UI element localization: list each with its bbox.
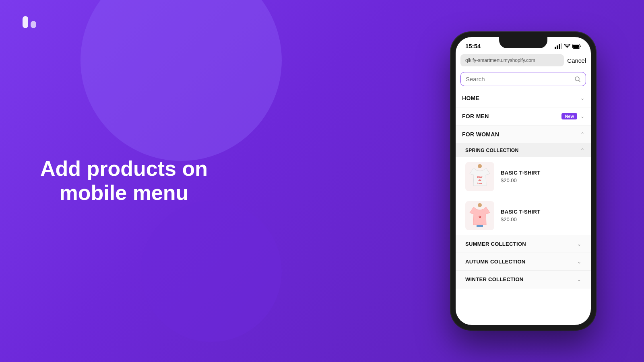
svg-rect-15 [477, 225, 483, 227]
tshirt-pink-svg: ✿ [468, 203, 492, 229]
phone-notch [499, 37, 547, 48]
phone-mockup: 15:54 [451, 32, 596, 330]
phone-screen: 15:54 [456, 37, 591, 325]
phone-frame: 15:54 [451, 32, 596, 330]
summer-collection-item[interactable]: SUMMER COLLECTION ⌄ [456, 235, 591, 253]
winter-collection-label: WINTER COLLECTION [465, 276, 523, 282]
hero-content: Add products on mobile menu [40, 157, 208, 205]
product-name-1: BASIC T-SHIRT [501, 170, 584, 176]
status-icons [555, 43, 581, 49]
menu-item-home[interactable]: HOME ⌄ [456, 89, 591, 107]
chevron-down-icon: ⌄ [580, 113, 584, 119]
menu-item-home-label: HOME [462, 95, 479, 101]
svg-text:✿: ✿ [479, 215, 481, 219]
autumn-collection-label: AUTUMN COLLECTION [465, 259, 526, 265]
svg-text:dé: dé [478, 179, 481, 181]
summer-chevron-down-icon: ⌄ [577, 241, 581, 247]
winter-chevron-down-icon: ⌄ [577, 277, 581, 282]
svg-rect-7 [573, 45, 579, 48]
search-input[interactable] [466, 76, 571, 82]
spring-collection-label: SPRING COLLECTION [465, 148, 518, 153]
product-price-1: $20.00 [501, 177, 584, 183]
product-image-1: Clair dé lune. [465, 162, 494, 191]
svg-rect-4 [559, 44, 560, 49]
product-image-2: ✿ [465, 201, 494, 230]
svg-rect-1 [31, 21, 36, 28]
winter-collection-item[interactable]: WINTER COLLECTION ⌄ [456, 271, 591, 288]
autumn-chevron-down-icon: ⌄ [577, 259, 581, 265]
logo [20, 12, 40, 34]
wifi-icon [564, 44, 570, 49]
cancel-button[interactable]: Cancel [567, 57, 586, 64]
menu-item-home-right: ⌄ [580, 95, 584, 101]
svg-point-14 [478, 203, 482, 207]
product-price-2: $20.00 [501, 216, 584, 222]
svg-text:lune.: lune. [477, 182, 483, 185]
url-bar[interactable]: qikify-smartmenu.myshopify.com [460, 54, 564, 66]
svg-text:Clair: Clair [477, 176, 483, 178]
svg-rect-2 [555, 47, 556, 49]
background-blob-1 [80, 0, 282, 161]
menu-item-for-men[interactable]: FOR MEN New ⌄ [456, 107, 591, 125]
summer-collection-label: SUMMER COLLECTION [465, 241, 526, 247]
menu-content[interactable]: HOME ⌄ FOR MEN New ⌄ FOR WOMAN [456, 69, 591, 325]
menu-item-for-woman[interactable]: FOR WOMAN ⌃ [456, 125, 591, 144]
status-time: 15:54 [465, 43, 481, 49]
battery-icon [572, 44, 581, 49]
hero-text: Add products on mobile menu [40, 157, 208, 205]
product-item-1[interactable]: Clair dé lune. BASIC T-SHIRT $20.00 [456, 157, 591, 196]
product-item-2[interactable]: ✿ BASIC T-SHIRT $20.00 [456, 196, 591, 235]
search-icon [574, 76, 581, 82]
menu-item-for-men-label: FOR MEN [462, 113, 489, 119]
chevron-down-icon: ⌄ [580, 95, 584, 101]
chevron-up-icon: ⌃ [580, 132, 584, 137]
spring-chevron-up-icon: ⌃ [580, 148, 584, 153]
tshirt-white-svg: Clair dé lune. [468, 164, 492, 190]
menu-item-for-men-right: New ⌄ [561, 113, 584, 119]
svg-rect-5 [561, 43, 562, 49]
svg-rect-3 [557, 45, 558, 49]
svg-point-12 [478, 164, 482, 168]
search-bar[interactable] [460, 72, 586, 86]
signal-icon [555, 43, 562, 49]
menu-item-for-woman-right: ⌃ [580, 132, 584, 137]
new-badge: New [561, 113, 577, 119]
product-name-2: BASIC T-SHIRT [501, 209, 584, 215]
svg-rect-0 [23, 16, 28, 28]
menu-item-for-woman-label: FOR WOMAN [462, 131, 499, 138]
browser-bar: qikify-smartmenu.myshopify.com Cancel [456, 52, 591, 69]
product-info-2: BASIC T-SHIRT $20.00 [501, 209, 584, 222]
background-blob-2 [141, 201, 282, 342]
autumn-collection-item[interactable]: AUTUMN COLLECTION ⌄ [456, 253, 591, 271]
spring-collection-header[interactable]: SPRING COLLECTION ⌃ [456, 144, 591, 157]
product-info-1: BASIC T-SHIRT $20.00 [501, 170, 584, 183]
